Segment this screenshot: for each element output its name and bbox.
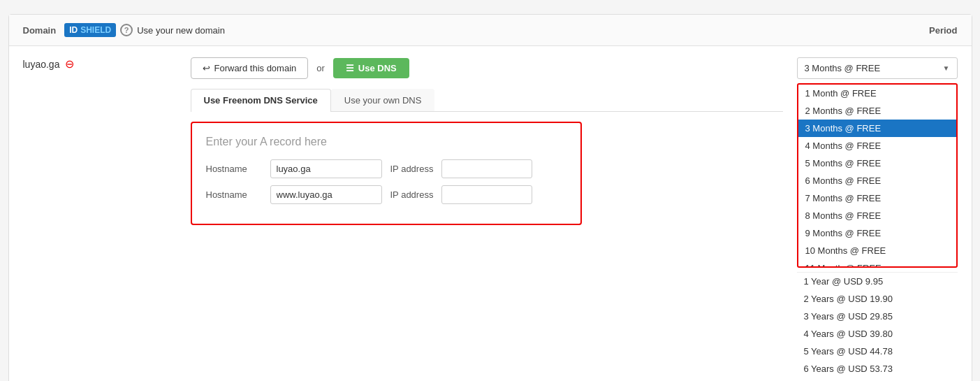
period-column-header: Period [929,25,957,36]
dns-icon: ☰ [346,63,354,73]
period-option-5-months-@-free[interactable]: 5 Months @ FREE [798,154,956,172]
period-option-4-years-@-usd-39.80[interactable]: 4 Years @ USD 39.80 [797,325,958,343]
domain-item: luyao.ga ⊖ [23,57,177,71]
ip-input-2[interactable] [441,185,532,204]
domain-name: luyao.ga [23,59,60,70]
forward-label: Forward this domain [214,63,297,73]
action-row: ↩ Forward this domain or ☰ Use DNS [191,57,783,79]
forward-domain-button[interactable]: ↩ Forward this domain [191,57,309,79]
hostname-label-2: Hostname [206,189,262,200]
period-option-8-months-@-free[interactable]: 8 Months @ FREE [798,207,956,224]
hostname-input-2[interactable] [270,185,382,204]
period-option-6-months-@-free[interactable]: 6 Months @ FREE [798,172,956,189]
period-option-11-month-@-free[interactable]: 11 Month @ FREE [798,259,956,266]
tab-freenom-dns[interactable]: Use Freenom DNS Service [191,89,331,112]
ip-label-1: IP address [390,164,434,174]
or-text: or [316,63,325,73]
dns-row-1: Hostname IP address [206,159,566,178]
period-option-3-months-@-free[interactable]: 3 Months @ FREE [798,120,956,137]
hostname-input-1[interactable] [270,159,382,178]
hostname-label-1: Hostname [206,164,262,174]
header-left: Domain IDSHIELD ? Use your new domain [23,23,225,37]
paid-options-list: 1 Year @ USD 9.952 Years @ USD 19.903 Ye… [797,272,958,381]
center-panel: ↩ Forward this domain or ☰ Use DNS Use F… [191,57,783,381]
ip-label-2: IP address [390,189,434,200]
remove-domain-icon[interactable]: ⊖ [65,57,74,71]
period-option-5-years-@-usd-44.78[interactable]: 5 Years @ USD 44.78 [797,343,958,360]
use-new-domain-text: Use your new domain [137,25,225,36]
tabs-row: Use Freenom DNS Service Use your own DNS [191,89,783,112]
period-option-9-months-@-free[interactable]: 9 Months @ FREE [798,224,956,242]
chevron-down-icon: ▼ [943,64,950,72]
tab-own-dns[interactable]: Use your own DNS [331,89,435,111]
idshield-badge[interactable]: IDSHIELD [64,23,116,37]
period-option-1-month-@-free[interactable]: 1 Month @ FREE [798,85,956,102]
period-selected-label: 3 Months @ FREE [805,63,881,73]
period-dropdown-button[interactable]: 3 Months @ FREE ▼ [797,57,958,79]
free-options-list: 1 Month @ FREE2 Months @ FREE3 Months @ … [798,85,956,266]
content-row: luyao.ga ⊖ ↩ Forward this domain or ☰ Us… [9,46,972,381]
idshield-shield: SHIELD [80,25,111,35]
left-panel: luyao.ga ⊖ [23,57,177,381]
right-panel: 3 Months @ FREE ▼ 1 Month @ FREE2 Months… [797,57,958,381]
ip-input-1[interactable] [441,159,532,178]
period-option-3-years-@-usd-29.85[interactable]: 3 Years @ USD 29.85 [797,308,958,325]
help-icon[interactable]: ? [120,24,133,36]
use-dns-button[interactable]: ☰ Use DNS [333,58,409,78]
period-dropdown-list: 1 Month @ FREE2 Months @ FREE3 Months @ … [797,83,958,268]
domain-column-header: Domain [23,25,57,36]
period-option-7-months-@-free[interactable]: 7 Months @ FREE [798,189,956,207]
period-option-6-years-@-usd-53.73[interactable]: 6 Years @ USD 53.73 [797,360,958,378]
period-option-2-years-@-usd-19.90[interactable]: 2 Years @ USD 19.90 [797,290,958,308]
period-option-2-months-@-free[interactable]: 2 Months @ FREE [798,102,956,120]
header-row: Domain IDSHIELD ? Use your new domain Pe… [9,15,972,46]
dns-label: Use DNS [358,63,397,73]
period-option-7-years-@-usd-62.69[interactable]: 7 Years @ USD 62.69 [797,378,958,381]
main-container: Domain IDSHIELD ? Use your new domain Pe… [8,14,972,381]
idshield-id: ID [69,25,78,35]
dns-row-2: Hostname IP address [206,185,566,204]
period-option-1-year-@-usd-9.95[interactable]: 1 Year @ USD 9.95 [797,273,958,290]
dns-form-box: Enter your A record here Hostname IP add… [191,122,582,225]
period-option-4-months-@-free[interactable]: 4 Months @ FREE [798,137,956,154]
dns-form-title: Enter your A record here [206,136,566,148]
period-option-10-months-@-free[interactable]: 10 Months @ FREE [798,242,956,259]
forward-icon: ↩ [203,63,210,73]
